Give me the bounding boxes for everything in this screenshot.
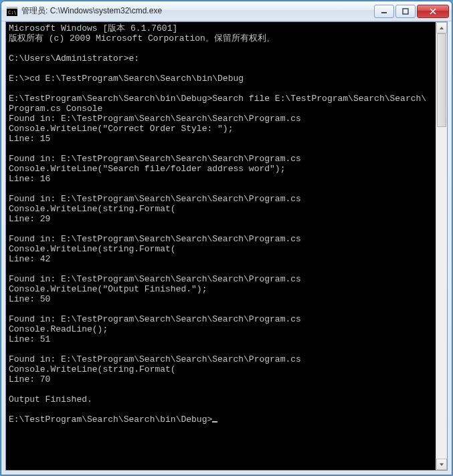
svg-rect-1 bbox=[7, 7, 17, 9]
window-title: 管理员: C:\Windows\system32\cmd.exe bbox=[21, 5, 373, 17]
svg-rect-4 bbox=[403, 9, 408, 14]
close-button[interactable] bbox=[417, 5, 449, 18]
cmd-window: C:\ 管理员: C:\Windows\system32\cmd.exe Mic… bbox=[1, 1, 452, 475]
scrollbar[interactable] bbox=[436, 22, 447, 470]
scroll-track[interactable] bbox=[436, 33, 447, 459]
svg-text:C:\: C:\ bbox=[8, 10, 17, 15]
scroll-thumb[interactable] bbox=[437, 33, 446, 127]
scroll-down-button[interactable] bbox=[436, 459, 447, 470]
cursor bbox=[212, 421, 217, 423]
cmd-icon: C:\ bbox=[7, 6, 17, 17]
maximize-button[interactable] bbox=[395, 5, 416, 18]
client-area: Microsoft Windows [版本 6.1.7601] 版权所有 (c)… bbox=[5, 21, 448, 471]
window-controls bbox=[373, 5, 449, 18]
console-output[interactable]: Microsoft Windows [版本 6.1.7601] 版权所有 (c)… bbox=[6, 22, 436, 470]
titlebar[interactable]: C:\ 管理员: C:\Windows\system32\cmd.exe bbox=[1, 1, 452, 21]
scroll-up-button[interactable] bbox=[436, 22, 447, 33]
minimize-button[interactable] bbox=[374, 5, 394, 18]
